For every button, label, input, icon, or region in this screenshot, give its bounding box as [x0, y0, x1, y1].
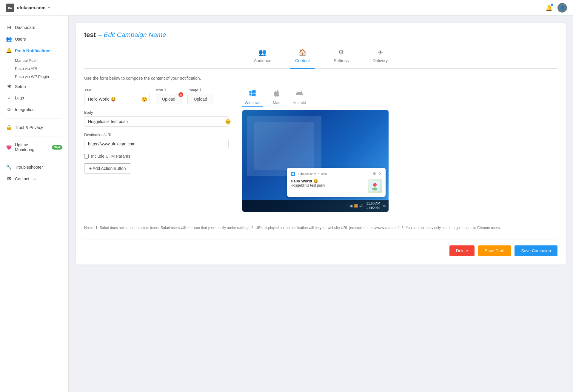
setup-icon: ✱	[6, 84, 12, 89]
sidebar-item-push-api[interactable]: Push via API	[15, 64, 68, 73]
sidebar-item-trust-privacy[interactable]: 🔒 Trust & Privacy	[0, 122, 68, 133]
form-description: Use the form below to compose the conten…	[84, 76, 557, 81]
body-label: Body	[84, 110, 233, 115]
toast-time: now	[321, 172, 327, 176]
utm-label[interactable]: Include UTM Params	[91, 154, 130, 159]
topbar-left: pw ufukcam.com ▾	[6, 4, 50, 12]
lock-icon: 🔒	[6, 124, 12, 130]
sidebar-item-logs[interactable]: ≡ Logs	[0, 92, 68, 104]
icon-info-icon[interactable]: ℹ	[164, 88, 166, 92]
campaign-tabs: 👥 Audience 🏠 Content ⚙ Settings ✈ Delive…	[84, 46, 557, 69]
sidebar-item-users[interactable]: 👥 Users	[0, 33, 68, 45]
tab-content[interactable]: 🏠 Content	[290, 46, 315, 69]
svg-point-2	[372, 187, 378, 190]
tab-audience[interactable]: 👥 Audience	[249, 46, 276, 69]
topbar-right: 🔔 👤	[545, 3, 567, 13]
icon-group: Icon ℹ Upload ✕	[156, 88, 181, 104]
title-emoji-button[interactable]: 😊	[141, 96, 147, 102]
new-badge: NEW	[52, 145, 62, 150]
toast-message: Hoşgeldiniz test push	[291, 183, 365, 187]
image-info-icon[interactable]: ℹ	[200, 88, 201, 92]
form-side: Title: 😊 Icon ℹ U	[84, 88, 233, 212]
body-emoji-button[interactable]: 😊	[225, 119, 231, 124]
user-avatar[interactable]: 👤	[557, 3, 567, 13]
bell-button[interactable]: 🔔	[545, 4, 553, 11]
icon-upload-button[interactable]: Upload	[156, 94, 181, 104]
add-action-button[interactable]: + Add Action Button	[84, 163, 131, 173]
toast-site-icon	[291, 172, 295, 176]
taskbar-desktop-icon: ▭	[383, 204, 386, 208]
settings-tab-icon: ⚙	[338, 49, 344, 56]
preview-tab-windows[interactable]: Windows	[242, 88, 263, 107]
sidebar-item-contact-us[interactable]: ✉ Contact Us	[0, 173, 68, 185]
utm-row: Include UTM Params	[84, 154, 233, 159]
save-draft-button[interactable]: Save Draft	[478, 245, 511, 256]
toast-site-name: ufukcam.com	[297, 172, 316, 176]
icon-upload-wrapper: Upload ✕	[156, 94, 181, 104]
title-row: Title: 😊 Icon ℹ U	[84, 88, 233, 104]
sidebar-label-contact-us: Contact Us	[15, 176, 36, 181]
toast-gear-icon[interactable]: ⚙	[373, 171, 376, 176]
content-tab-icon: 🏠	[298, 49, 306, 56]
contact-icon: ✉	[6, 176, 12, 182]
sidebar-item-setup[interactable]: ✱ Setup	[0, 81, 68, 92]
sidebar-item-dashboard[interactable]: ⊞ Dashboard	[0, 21, 68, 33]
destination-input[interactable]	[84, 139, 229, 149]
preview-tab-android[interactable]: Android	[290, 88, 309, 107]
destination-group: Destination/URL	[84, 133, 233, 149]
preview-tab-mac[interactable]: Mac	[270, 88, 283, 107]
utm-checkbox[interactable]	[84, 154, 89, 159]
icon-remove-button[interactable]: ✕	[178, 92, 183, 97]
sidebar-item-integration[interactable]: ⚙ Integration	[0, 104, 68, 115]
site-name[interactable]: ufukcam.com	[17, 5, 46, 10]
android-tab-label: Android	[293, 100, 306, 105]
windows-taskbar: ⌃ ▣ 📶 🔊 11:50 AM 2/14/2019 ▭	[242, 200, 389, 212]
edit-campaign-name-link[interactable]: – Edit Campaign Name	[98, 31, 166, 39]
delete-button[interactable]: Delete	[449, 245, 475, 256]
logs-icon: ≡	[6, 95, 12, 101]
toast-body: Hello World 😝 Hoşgeldiniz test push	[291, 179, 382, 193]
taskbar-time: 11:50 AM 2/14/2019	[366, 201, 380, 210]
sidebar-item-push-notifications[interactable]: 🔔 Push Notifications	[0, 45, 68, 56]
bell-notification-dot	[551, 4, 553, 6]
toast-text: Hello World 😝 Hoşgeldiniz test push	[291, 179, 365, 187]
sidebar-divider-3	[6, 158, 62, 158]
android-tab-icon	[295, 89, 304, 99]
toast-dot: •	[318, 172, 319, 176]
sidebar-label-trust-privacy: Trust & Privacy	[15, 125, 43, 130]
windows-tab-label: Windows	[245, 100, 261, 105]
avatar-icon: 👤	[560, 5, 565, 10]
windows-preview: ufukcam.com • now ⚙ ✕	[242, 110, 389, 212]
settings-tab-label: Settings	[334, 58, 349, 63]
windows-preview-inner: ufukcam.com • now ⚙ ✕	[242, 110, 389, 212]
mac-tab-icon	[272, 89, 281, 99]
mac-tab-label: Mac	[273, 100, 280, 105]
toast-title: Hello World 😝	[291, 179, 365, 183]
tab-delivery[interactable]: ✈ Delivery	[368, 46, 393, 69]
notes-section: Notes: 1- Safari does not support custom…	[84, 219, 557, 231]
body-input[interactable]	[84, 116, 229, 127]
dropdown-icon[interactable]: ▾	[48, 6, 50, 10]
sidebar-label-uptime-monitoring: Uptime Monitoring	[15, 142, 47, 152]
audience-tab-icon: 👥	[258, 49, 267, 56]
users-icon: 👥	[6, 36, 12, 42]
toast-actions: ⚙ ✕	[373, 171, 382, 176]
sidebar-item-uptime-monitoring[interactable]: 💗 Uptime Monitoring NEW	[0, 139, 68, 155]
save-campaign-button[interactable]: Save Campaign	[515, 245, 557, 256]
delivery-tab-icon: ✈	[378, 49, 383, 56]
sidebar-label-troubleshooter: Troubleshooter	[15, 165, 43, 170]
sidebar-item-manual-push[interactable]: Manual Push	[15, 56, 68, 64]
sidebar-divider-1	[6, 118, 62, 119]
sidebar-item-push-wp[interactable]: Push via WP Plugin	[15, 73, 68, 81]
content-tab-label: Content	[295, 58, 310, 63]
sidebar-item-troubleshooter[interactable]: 🔧 Troubleshooter	[0, 161, 68, 173]
delivery-tab-label: Delivery	[373, 58, 388, 63]
image-upload-button[interactable]: Upload	[187, 94, 213, 104]
toast-close-icon[interactable]: ✕	[379, 171, 382, 176]
title-input[interactable]	[84, 94, 150, 104]
dashboard-icon: ⊞	[6, 24, 12, 30]
uptime-icon: 💗	[6, 144, 12, 150]
body-input-wrapper: 😊	[84, 116, 233, 127]
tab-settings[interactable]: ⚙ Settings	[329, 46, 354, 69]
taskbar-time-value: 11:50 AM	[366, 201, 380, 206]
